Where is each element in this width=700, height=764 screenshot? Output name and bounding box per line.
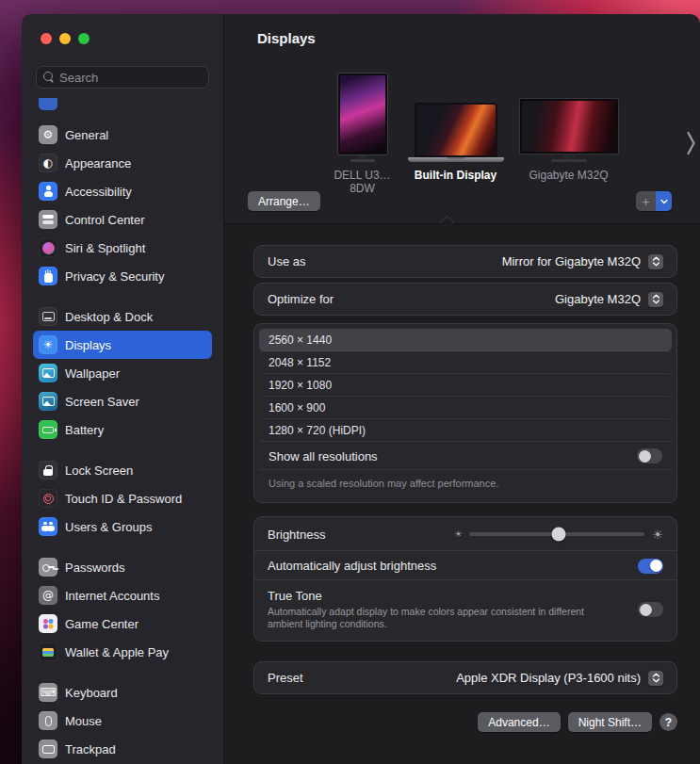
resolution-panel: 2560 × 14402048 × 11521920 × 10801600 × … [253,323,677,503]
display-thumbnails: DELL U3…8DW Built-in Display Gigabyte M3… [224,57,700,195]
battery-icon [39,420,57,439]
brightness-slider-knob[interactable] [552,528,566,542]
resolution-option[interactable]: 1600 × 900 [259,397,672,419]
accessibility-icon [39,182,57,201]
preset-value: Apple XDR Display (P3-1600 nits) [456,671,641,685]
sidebar-item-mouse[interactable]: Mouse [33,707,212,735]
appearance-icon: ◐ [39,154,57,172]
sidebar-item-label: Privacy & Security [65,269,164,284]
page-title: Displays [257,30,316,46]
dell-monitor-graphic [337,57,388,162]
sidebar-item-battery[interactable]: Battery [33,415,212,444]
true-tone-row: True Tone Automatically adapt display to… [254,580,676,641]
show-all-resolutions-row: Show all resolutions [259,442,672,470]
sidebar-item-label: Control Center [65,213,145,227]
sidebar-item-desktop-dock[interactable]: Desktop & Dock [33,302,212,331]
use-as-label: Use as [268,254,305,268]
resolution-option[interactable]: 2048 × 1152 [259,351,672,374]
night-shift-button[interactable]: Night Shift… [568,712,652,732]
brightness-slider[interactable] [469,527,644,542]
keyboard-icon: ⌨ [39,683,57,702]
footer-buttons: Advanced… Night Shift… ? [253,712,677,732]
sidebar-item-privacy-security[interactable]: Privacy & Security [33,262,212,290]
control-center-icon [39,210,57,229]
auto-brightness-toggle[interactable] [638,559,663,574]
sidebar-item-siri-spotlight[interactable]: Siri & Spotlight [33,234,212,262]
sidebar: ⚙General◐AppearanceAccessibilityControl … [22,14,223,764]
sidebar-item-users-groups[interactable]: Users & Groups [33,512,212,541]
sidebar-item-passwords[interactable]: Passwords [33,553,212,581]
sidebar-item-internet-accounts[interactable]: @Internet Accounts [33,581,212,610]
sidebar-item-label: General [65,128,108,142]
sidebar-item-trackpad[interactable]: Trackpad [33,735,212,763]
users-groups-icon [39,517,57,536]
close-button[interactable] [41,33,52,44]
help-button[interactable]: ? [659,713,677,731]
optimize-for-popup[interactable]: Gigabyte M32Q [555,292,663,307]
sidebar-item-accessibility[interactable]: Accessibility [33,177,212,205]
sidebar-item-control-center[interactable]: Control Center [33,205,212,234]
sidebar-item-keyboard[interactable]: ⌨Keyboard [33,678,212,707]
sidebar-item-label: Users & Groups [65,520,152,534]
wallpaper-icon [39,364,57,382]
sidebar-item-wallpaper[interactable]: Wallpaper [33,359,212,387]
displays-strip: DELL U3…8DW Built-in Display Gigabyte M3… [224,57,700,223]
search-input[interactable] [59,71,208,85]
plus-icon[interactable]: + [636,191,656,211]
chevron-down-icon [660,199,668,204]
display-thumb-gigabyte[interactable]: Gigabyte M32Q [519,57,619,182]
strip-scroll-right-chevron[interactable] [686,130,696,160]
screen-saver-icon [39,392,57,411]
minimize-button[interactable] [59,33,71,44]
resolution-footnote: Using a scaled resolution may affect per… [259,470,672,497]
resolution-option[interactable]: 1920 × 1080 [259,374,672,397]
arrange-button[interactable]: Arrange… [248,191,320,211]
optimize-for-label: Optimize for [268,292,334,306]
use-as-popup[interactable]: Mirror for Gigabyte M32Q [502,254,663,269]
true-tone-toggle[interactable] [638,602,663,617]
advanced-button[interactable]: Advanced… [478,712,560,732]
use-as-panel: Use as Mirror for Gigabyte M32Q [253,245,677,278]
clipped-icon [39,98,57,110]
true-tone-description: Automatically adapt display to make colo… [268,606,618,630]
search-field[interactable] [36,66,209,89]
at-sign-icon: @ [39,586,57,605]
add-display-button[interactable]: + [636,191,672,211]
sidebar-item-wallet-apple-pay[interactable]: Wallet & Apple Pay [33,638,212,666]
resolution-list: 2560 × 14402048 × 11521920 × 10801600 × … [259,329,672,442]
display-settings: Use as Mirror for Gigabyte M32Q Optimize… [224,224,700,764]
search-icon [43,72,55,83]
preset-popup[interactable]: Apple XDR Display (P3-1600 nits) [456,671,663,686]
sidebar-item-touch-id-password[interactable]: Touch ID & Password [33,484,212,512]
brightness-label: Brightness [268,528,325,542]
sidebar-item-label: Game Center [65,617,138,631]
display-thumb-label: Gigabyte M32Q [529,169,608,182]
sidebar-item-general[interactable]: ⚙General [33,121,212,149]
add-display-dropdown[interactable] [656,191,672,211]
sidebar-item-displays[interactable]: ☀Displays [33,331,212,359]
brightness-low-icon: ☀ [454,530,462,539]
sidebar-item-lock-screen[interactable]: Lock Screen [33,456,212,484]
sidebar-item-clipped[interactable] [39,98,212,111]
resolution-option[interactable]: 1280 × 720 (HiDPI) [259,419,672,442]
resolution-option[interactable]: 2560 × 1440 [259,329,672,351]
sidebar-item-game-center[interactable]: Game Center [33,610,212,638]
optimize-for-value: Gigabyte M32Q [555,292,641,306]
sidebar-item-label: Desktop & Dock [65,310,153,324]
use-as-value: Mirror for Gigabyte M32Q [502,254,641,268]
brightness-high-icon: ☀ [652,528,663,541]
brightness-panel: Brightness ☀ ☀ Automatically adjust brig… [253,516,677,642]
sidebar-item-screen-saver[interactable]: Screen Saver [33,387,212,415]
display-thumb-built-in[interactable]: Built-in Display [408,57,504,182]
game-center-icon [39,614,57,633]
sidebar-item-label: Keyboard [65,686,118,700]
sidebar-item-label: Trackpad [65,742,116,756]
display-thumb-dell[interactable]: DELL U3…8DW [333,57,393,195]
zoom-button[interactable] [78,33,90,44]
sidebar-item-appearance[interactable]: ◐Appearance [33,149,212,177]
sidebar-item-label: Passwords [65,561,125,575]
trackpad-icon [39,740,57,758]
displays-icon: ☀ [39,335,57,354]
show-all-resolutions-toggle[interactable] [637,448,662,463]
display-thumb-label: DELL U3…8DW [333,169,393,195]
